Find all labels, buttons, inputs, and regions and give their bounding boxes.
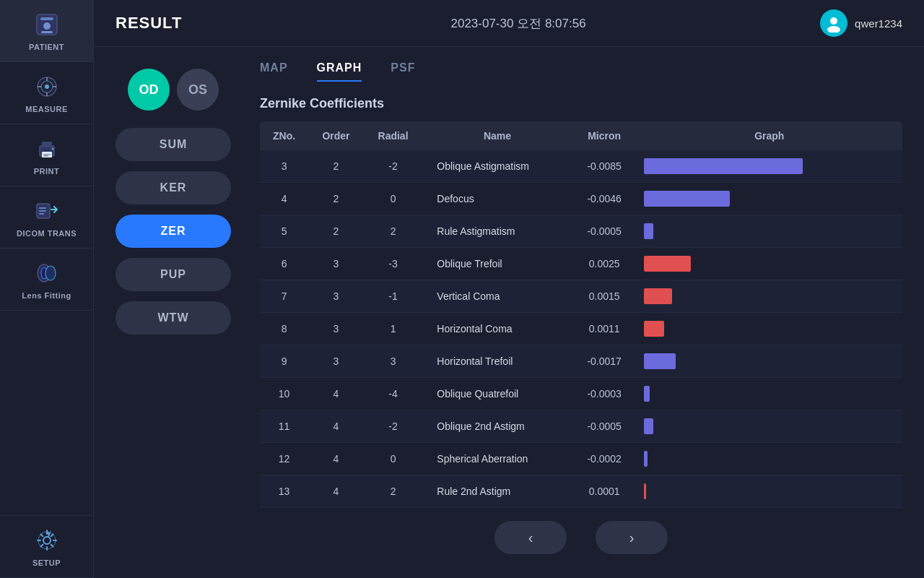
cell-micron: -0.0002 [572,443,637,475]
section-title: Zernike Coefficients [260,96,902,111]
sidebar: PATIENT MEASURE [0,0,94,578]
bar-container [644,450,832,467]
sidebar-item-setup[interactable]: SETUP [0,516,93,578]
svg-rect-14 [43,154,51,155]
bar-container [644,158,832,175]
eye-toggle: OD OS [128,69,219,111]
sum-button[interactable]: SUM [116,128,231,161]
cell-name: Horizontal Trefoil [422,345,572,378]
bar-fill [644,451,648,467]
cell-radial: -3 [364,248,423,280]
page-title: RESULT [116,14,217,33]
content-area: OD OS SUM KER ZER PUP WTW MAP GRAPH PSF … [94,47,924,578]
cell-radial: -1 [364,280,423,313]
print-icon [32,134,61,163]
table-row: 5 2 2 Rule Astigmatism -0.0005 [260,215,902,248]
cell-zno: 7 [260,280,308,313]
cell-zno: 8 [260,313,308,345]
bar-container [644,353,832,370]
svg-point-16 [51,148,53,150]
table-row: 10 4 -4 Oblique Quatrefoil -0.0003 [260,378,902,410]
prev-button[interactable]: ‹ [494,521,567,554]
measure-icon [32,72,61,101]
sidebar-label-dicom: DICOM TRANS [17,229,77,238]
col-header-order: Order [308,121,363,150]
cell-graph [637,183,902,215]
sidebar-label-patient: PATIENT [29,43,64,51]
col-header-graph: Graph [637,121,902,150]
cell-order: 4 [308,410,363,443]
sidebar-label-lens: Lens Fitting [22,291,71,300]
cell-zno: 12 [260,443,308,475]
sidebar-item-print[interactable]: PRINT [0,124,93,186]
cell-order: 2 [308,183,363,215]
cell-micron: 0.0015 [572,280,637,313]
svg-rect-3 [41,31,53,33]
cell-graph [637,410,902,443]
svg-point-35 [827,26,840,33]
table-row: 12 4 0 Spherical Aberration -0.0002 [260,443,902,475]
sidebar-item-measure[interactable]: MEASURE [0,62,93,124]
setup-icon [32,526,61,555]
cell-radial: 0 [364,443,423,475]
svg-point-34 [830,17,837,25]
cell-order: 3 [308,280,363,313]
table-row: 4 2 0 Defocus -0.0046 [260,183,902,215]
col-header-radial: Radial [364,121,423,150]
header-datetime: 2023-07-30 오전 8:07:56 [217,15,820,32]
cell-micron: 0.0001 [572,475,637,508]
bar-fill [644,223,653,239]
sidebar-item-dicom-trans[interactable]: DICOM TRANS [0,186,93,249]
bar-fill [644,353,676,369]
zer-button[interactable]: ZER [116,215,231,248]
cell-micron: -0.0003 [572,378,637,410]
sidebar-item-patient[interactable]: PATIENT [0,0,93,62]
cell-radial: -2 [364,150,423,183]
bar-fill [644,321,664,337]
sidebar-item-lens-fitting[interactable]: Lens Fitting [0,249,93,311]
svg-line-33 [40,545,43,547]
svg-line-30 [40,535,43,537]
cell-micron: -0.0046 [572,183,637,215]
wtw-button[interactable]: WTW [116,301,231,335]
cell-graph [637,215,902,248]
cell-micron: 0.0011 [572,313,637,345]
svg-point-24 [43,537,51,544]
tab-map[interactable]: MAP [260,61,288,82]
cell-order: 3 [308,313,363,345]
bar-container [644,255,832,272]
bar-container [644,190,832,207]
sidebar-label-measure: MEASURE [25,105,68,113]
bar-container [644,288,832,305]
cell-order: 4 [308,378,363,410]
cell-graph [637,313,902,345]
cell-radial: 0 [364,183,423,215]
cell-micron: -0.0005 [572,215,637,248]
bar-fill [644,158,803,174]
left-panel: OD OS SUM KER ZER PUP WTW [94,61,253,578]
od-button[interactable]: OD [128,69,170,111]
bar-fill [644,418,653,434]
svg-rect-15 [43,155,48,157]
cell-order: 2 [308,150,363,183]
bar-fill [644,288,672,304]
pup-button[interactable]: PUP [116,258,231,291]
os-button[interactable]: OS [177,69,219,111]
table-row: 6 3 -3 Oblique Trefoil 0.0025 [260,248,902,280]
table-row: 8 3 1 Horizontal Coma 0.0011 [260,313,902,345]
cell-radial: 3 [364,345,423,378]
col-header-micron: Micron [572,121,637,150]
ker-button[interactable]: KER [116,171,231,204]
svg-rect-20 [39,213,44,215]
table-row: 3 2 -2 Oblique Astigmatism -0.0085 [260,150,902,183]
next-button[interactable]: › [596,521,668,554]
right-panel: MAP GRAPH PSF Zernike Coefficients ZNo. … [253,61,924,578]
cell-zno: 10 [260,378,308,410]
bar-fill [644,386,650,402]
cell-micron: 0.0025 [572,248,637,280]
cell-name: Oblique Trefoil [422,248,572,280]
bar-container [644,223,832,240]
zernike-table: ZNo. Order Radial Name Micron Graph 3 2 … [260,121,902,508]
tab-psf[interactable]: PSF [391,61,415,82]
tab-graph[interactable]: GRAPH [317,61,362,82]
